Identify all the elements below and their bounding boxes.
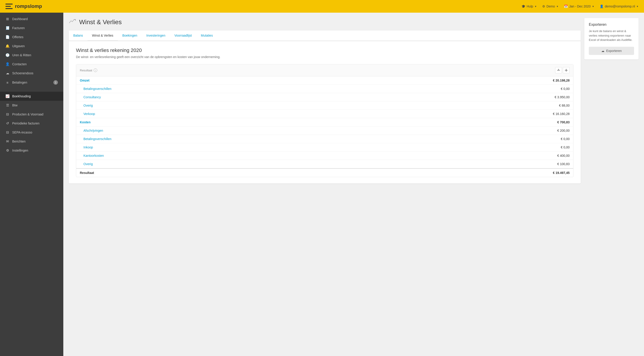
row-value-kosten: € 700,83: [558, 120, 570, 124]
info-icon[interactable]: i: [94, 68, 97, 72]
export-panel: Exporteren Je kunt de balans en winst & …: [584, 18, 638, 59]
upload-icon: ☁: [601, 49, 604, 53]
topnav-right: 🎓 Hulp ▼ ⚙ Demo ▼ 📅 Jan - Dec 2020 ▼ 👤 d…: [522, 4, 638, 8]
row-value-afschrijvingen: € 200,00: [558, 129, 570, 132]
sidebar-label-schoenendoos: Schoenendoos: [12, 71, 33, 75]
export-desc: Je kunt de balans en winst & verlies rek…: [589, 29, 634, 42]
row-value-resultaat: € 19.497,45: [553, 171, 570, 175]
row-label-overig-2[interactable]: Overig: [84, 162, 93, 166]
sidebar-item-boekhouding[interactable]: 📈 Boekhouding: [0, 92, 63, 101]
sidebar-item-sepa[interactable]: ⊟ SEPA-incasso: [0, 128, 63, 137]
row-label-resultaat: Resultaat: [80, 171, 94, 175]
row-label-omzet[interactable]: Omzet: [80, 79, 90, 82]
row-label-kantoorkosten[interactable]: Kantoorkosten: [84, 154, 104, 157]
result-section: Resultaat i: [76, 64, 574, 177]
card-subtitle: De winst- en verliesrekening geeft een o…: [76, 55, 574, 59]
date-chevron: ▼: [592, 5, 594, 8]
sidebar-item-producten[interactable]: ⊟ Producten & Voorraad: [0, 110, 63, 119]
sidebar-label-uren-ritten: Uren & Ritten: [12, 53, 31, 57]
sidebar-label-producten: Producten & Voorraad: [12, 112, 44, 116]
row-label-overig-1[interactable]: Overig: [84, 104, 93, 107]
grid-icon: ⊞: [6, 17, 10, 21]
logo-icon: [6, 3, 13, 9]
topnav: rompslomp 🎓 Hulp ▼ ⚙ Demo ▼ 📅 Jan - Dec …: [0, 0, 644, 13]
page-title: Winst & Verlies: [79, 18, 122, 26]
sidebar-item-offertes[interactable]: 📄 Offertes: [0, 32, 63, 41]
tab-mutaties[interactable]: Mutaties: [196, 30, 217, 41]
calendar-icon: 📅: [564, 4, 568, 8]
result-label: Resultaat i: [80, 68, 97, 72]
menu-icon: ≡: [6, 81, 10, 84]
sidebar-label-facturen: Facturen: [12, 26, 25, 30]
winst-verlies-icon: [69, 18, 76, 26]
table-row: Verkoop € 16.160,28: [76, 110, 573, 118]
table-row: Overig € 100,83: [76, 160, 573, 168]
sidebar-item-uren-ritten[interactable]: 🕐 Uren & Ritten: [0, 51, 63, 60]
tab-investeringen[interactable]: Investeringen: [142, 30, 170, 41]
user-email-label: demo@rompslomp.nl: [605, 4, 635, 8]
invoice-icon: 🧾: [6, 26, 10, 30]
sidebar-item-instellingen[interactable]: ⚙ Instellingen: [0, 146, 63, 155]
sidebar-item-facturen[interactable]: 🧾 Facturen: [0, 23, 63, 32]
help-menu[interactable]: 🎓 Hulp ▼: [522, 4, 537, 8]
export-button[interactable]: ☁ Exporteren: [589, 47, 634, 55]
sidebar-item-schoenendoos[interactable]: ☁ Schoenendoos: [0, 69, 63, 78]
sidebar-label-instellingen: Instellingen: [12, 149, 28, 152]
row-value-inkoop: € 0,00: [561, 145, 570, 149]
sidebar-item-berichten[interactable]: ✉ Berichten: [0, 137, 63, 146]
user-icon: 👤: [600, 4, 604, 8]
expand-buttons: [555, 67, 570, 73]
row-label-consultancy[interactable]: Consultancy: [84, 95, 101, 99]
sidebar-item-contacten[interactable]: 👤 Contacten: [0, 60, 63, 69]
row-value-consultancy: € 3.950,00: [555, 95, 570, 99]
tab-bar: Balans Winst & Verlies Boekingen Investe…: [69, 30, 581, 41]
content-area: Winst & Verlies Balans Winst & Verlies B…: [63, 13, 644, 356]
result-label-text: Resultaat: [80, 69, 92, 72]
bell-icon: 🔔: [6, 44, 10, 48]
tab-boekingen[interactable]: Boekingen: [118, 30, 142, 41]
row-label-kosten[interactable]: Kosten: [80, 120, 90, 124]
logo[interactable]: rompslomp: [6, 3, 42, 9]
date-range-menu[interactable]: 📅 Jan - Dec 2020 ▼: [564, 4, 594, 8]
row-label-inkoop[interactable]: Inkoop: [84, 145, 93, 149]
row-label-betalingsverschillen-2[interactable]: Betalingsverschillen: [84, 137, 112, 141]
card-body: Winst & verlies rekening 2020 De winst- …: [69, 41, 581, 183]
row-label-betalingsverschillen-1[interactable]: Betalingsverschillen: [84, 87, 112, 91]
collapse-button[interactable]: [555, 67, 562, 73]
sidebar-label-periodieke: Periodieke facturen: [12, 121, 40, 125]
right-panel: Exporteren Je kunt de balans en winst & …: [584, 18, 638, 351]
demo-menu[interactable]: ⚙ Demo ▼: [542, 4, 558, 8]
gear-icon: ⚙: [542, 4, 545, 8]
table-row: Betalingsverschillen € 0,00: [76, 135, 573, 143]
user-chevron: ▼: [636, 5, 638, 8]
table-row: Overig € 88,00: [76, 101, 573, 110]
card-title: Winst & verlies rekening 2020: [76, 47, 574, 53]
row-label-afschrijvingen[interactable]: Afschrijvingen: [84, 129, 103, 132]
sidebar-item-periodieke[interactable]: ↺ Periodieke facturen: [0, 119, 63, 128]
table-row: Omzet € 20.198,28: [76, 76, 573, 85]
expand-button[interactable]: [563, 67, 570, 73]
sidebar-label-btw: Btw: [12, 103, 18, 107]
tab-voorraadlijst[interactable]: Voorraadlijst: [170, 30, 196, 41]
row-value-omzet: € 20.198,28: [553, 79, 570, 82]
person-icon: 👤: [6, 62, 10, 66]
user-menu[interactable]: 👤 demo@rompslomp.nl ▼: [600, 4, 638, 8]
sidebar-item-betalingen[interactable]: ≡ Betalingen 1: [0, 78, 63, 87]
list-icon: ☰: [6, 103, 10, 107]
sidebar-label-berichten: Berichten: [12, 140, 26, 143]
table-row: Inkoop € 0,00: [76, 143, 573, 152]
row-label-verkoop[interactable]: Verkoop: [84, 112, 95, 116]
row-value-overig-1: € 88,00: [559, 104, 570, 107]
sidebar-item-uitgaven[interactable]: 🔔 Uitgaven: [0, 41, 63, 51]
chart-icon: 📈: [6, 94, 10, 98]
tab-balans[interactable]: Balans: [69, 30, 88, 41]
sidebar-label-offertes: Offertes: [12, 35, 24, 39]
help-label: Hulp: [527, 4, 533, 8]
sidebar-label-sepa: SEPA-incasso: [12, 131, 32, 134]
graduation-icon: 🎓: [522, 4, 525, 8]
page-header: Winst & Verlies: [69, 18, 581, 26]
sidebar-item-dashboard[interactable]: ⊞ Dashboard: [0, 14, 63, 23]
sidebar-item-btw[interactable]: ☰ Btw: [0, 101, 63, 110]
gear-settings-icon: ⚙: [6, 148, 10, 152]
tab-winst-verlies[interactable]: Winst & Verlies: [88, 30, 118, 41]
